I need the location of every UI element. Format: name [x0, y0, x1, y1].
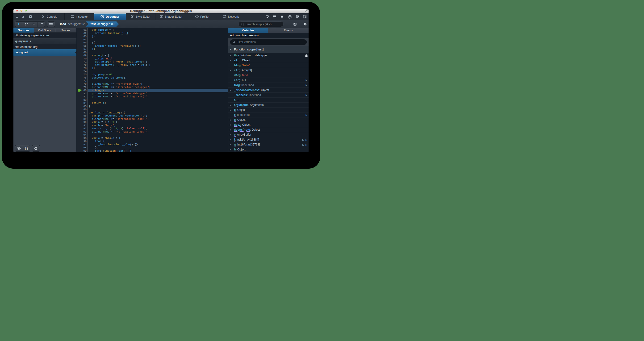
svg-text:{}: {} — [25, 147, 28, 150]
